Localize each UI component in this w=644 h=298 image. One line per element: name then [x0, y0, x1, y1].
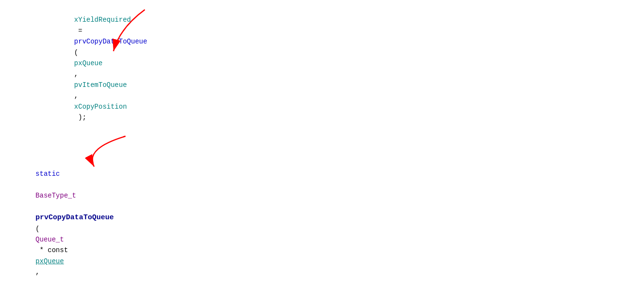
- code-line-1: xYieldRequired = prvCopyDataToQueue ( px…: [19, 4, 634, 134]
- type-BaseType_t: BaseType_t: [36, 192, 76, 199]
- param-pxQueue: pxQueue: [74, 59, 103, 67]
- param-pvItemToQueue: pvItemToQueue: [74, 81, 127, 89]
- comma2: ,: [74, 92, 83, 99]
- param-pxQueue2: pxQueue: [36, 257, 64, 265]
- param-xCopyPosition: xCopyPosition: [74, 103, 127, 111]
- comma1: ,: [74, 70, 83, 78]
- paren-open: (: [36, 225, 44, 233]
- params: (: [74, 49, 83, 57]
- code-area: xYieldRequired = prvCopyDataToQueue ( px…: [0, 0, 644, 298]
- func-name-bold: prvCopyDataToQueue: [36, 213, 114, 222]
- func-prvCopyDataToQueue: prvCopyDataToQueue: [74, 38, 147, 45]
- var-xYieldRequired: xYieldRequired: [74, 16, 131, 24]
- comma3: ,: [36, 268, 40, 276]
- code-line-static: static BaseType_t prvCopyDataToQueue ( Q…: [19, 158, 634, 288]
- star: * const: [36, 246, 72, 254]
- space2: [36, 202, 40, 210]
- space: [36, 181, 40, 188]
- code-line-param2: const void * pvItemToQueue ,: [19, 288, 634, 298]
- keyword-static: static: [36, 170, 60, 178]
- paren-close: );: [74, 114, 86, 121]
- type-Queue_t: Queue_t: [36, 236, 64, 243]
- operator: =: [74, 27, 86, 35]
